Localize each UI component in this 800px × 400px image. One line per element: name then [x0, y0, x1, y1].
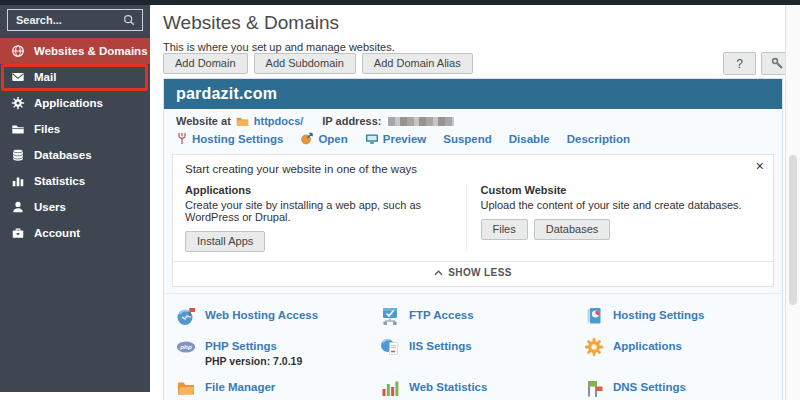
main-content: Websites & Domains This is where you set…: [150, 5, 800, 400]
add-subdomain-button[interactable]: Add Subdomain: [254, 53, 356, 74]
preview-link[interactable]: Preview: [365, 133, 426, 145]
webroot-link[interactable]: httpdocs/: [254, 115, 304, 127]
tool-ftp-access[interactable]: FTP Access: [380, 300, 584, 331]
files-button[interactable]: Files: [481, 219, 528, 240]
web-statistics-icon: [380, 378, 400, 398]
close-icon[interactable]: ×: [756, 159, 764, 173]
wrench-icon: [771, 57, 784, 70]
search-icon: [122, 13, 136, 27]
tool-label: Web Statistics: [409, 378, 487, 393]
sidebar-item-account[interactable]: Account: [0, 220, 150, 246]
sidebar-item-label: Websites & Domains: [34, 45, 148, 57]
tool-label: IIS Settings: [409, 337, 472, 352]
tool-php-settings[interactable]: php PHP Settings PHP version: 7.0.19: [176, 331, 380, 372]
sidebar-item-label: Statistics: [34, 175, 85, 187]
php-settings-icon: php: [176, 337, 196, 357]
help-group: ?: [723, 52, 794, 75]
applications-description: Create your site by installing a web app…: [185, 199, 466, 223]
php-version-text: PHP version: 7.0.19: [205, 355, 302, 367]
description-link[interactable]: Description: [567, 133, 630, 145]
custom-website-description: Upload the content of your site and crea…: [481, 199, 762, 211]
folder-icon: [11, 122, 25, 136]
tool-applications[interactable]: Applications: [584, 331, 770, 372]
dns-settings-icon: [584, 378, 604, 398]
install-apps-button[interactable]: Install Apps: [185, 231, 265, 252]
sidebar-item-label: Mail: [34, 71, 56, 83]
plesk-window: Websites & Domains Mail Applications: [0, 0, 800, 400]
iis-settings-icon: [380, 337, 400, 357]
panel-title: Start creating your website in one of th…: [185, 163, 761, 175]
add-domain-button[interactable]: Add Domain: [163, 53, 248, 74]
file-manager-icon: [176, 378, 196, 398]
sidebar-item-label: Databases: [34, 149, 92, 161]
page-subtitle: This is where you set up and manage webs…: [163, 41, 395, 53]
hosting-settings-action-icon: [176, 132, 188, 145]
sidebar-item-label: Files: [34, 123, 60, 135]
sidebar-item-files[interactable]: Files: [0, 116, 150, 142]
domain-info-row: Website at httpdocs/ IP address:: [164, 109, 782, 128]
page-title: Websites & Domains: [163, 12, 339, 34]
suspend-link[interactable]: Suspend: [443, 133, 492, 145]
svg-text:php: php: [179, 343, 192, 350]
ftp-access-icon: [380, 306, 400, 326]
tool-web-hosting-access[interactable]: Web Hosting Access: [176, 300, 380, 331]
domain-actions-row: Hosting Settings Open Preview: [164, 128, 782, 150]
open-site-link[interactable]: Open: [300, 132, 347, 145]
tool-dns-settings[interactable]: DNS Settings: [584, 372, 770, 400]
database-icon: [11, 148, 25, 162]
applications-gear-icon: [584, 337, 604, 357]
custom-website-heading: Custom Website: [481, 184, 762, 196]
search-input[interactable]: [14, 13, 118, 27]
tool-file-manager[interactable]: File Manager: [176, 372, 380, 400]
sidebar-item-statistics[interactable]: Statistics: [0, 168, 150, 194]
getting-started-panel: Start creating your website in one of th…: [172, 154, 774, 287]
show-less-toggle[interactable]: SHOW LESS: [185, 262, 761, 280]
sidebar-item-mail[interactable]: Mail: [0, 64, 150, 90]
domain-card: pardazit.com Website at httpdocs/ IP add…: [163, 78, 783, 400]
hosting-settings-link[interactable]: Hosting Settings: [176, 132, 283, 145]
sidebar: Websites & Domains Mail Applications: [0, 5, 150, 392]
scrollbar[interactable]: [785, 5, 800, 400]
sidebar-item-applications[interactable]: Applications: [0, 90, 150, 116]
sidebar-item-users[interactable]: Users: [0, 194, 150, 220]
sidebar-item-label: Account: [34, 227, 80, 239]
tool-label: PHP Settings: [205, 337, 302, 352]
scrollbar-thumb[interactable]: [789, 155, 797, 305]
globe-icon: [11, 44, 25, 58]
hosting-settings-icon: [584, 306, 604, 326]
briefcase-icon: [11, 226, 25, 240]
ip-address-label: IP address:: [322, 115, 381, 127]
databases-button[interactable]: Databases: [534, 219, 611, 240]
sidebar-item-label: Applications: [34, 97, 103, 109]
sidebar-item-label: Users: [34, 201, 66, 213]
mail-icon: [11, 70, 25, 84]
tool-iis-settings[interactable]: IIS Settings: [380, 331, 584, 372]
bar-chart-icon: [11, 174, 25, 188]
domain-toolbar: Add Domain Add Subdomain Add Domain Alia…: [163, 53, 473, 74]
tool-web-statistics[interactable]: Web Statistics: [380, 372, 584, 400]
tool-label: DNS Settings: [613, 378, 686, 393]
ip-address-redacted-value: [388, 117, 454, 126]
preview-monitor-icon: [365, 133, 379, 145]
applications-heading: Applications: [185, 184, 466, 196]
user-icon: [11, 200, 25, 214]
folder-mini-icon: [236, 116, 249, 127]
sidebar-item-databases[interactable]: Databases: [0, 142, 150, 168]
gear-icon: [11, 96, 25, 110]
search-box[interactable]: [7, 9, 143, 31]
help-button[interactable]: ?: [723, 52, 756, 75]
domain-name-banner: pardazit.com: [164, 79, 782, 109]
tool-hosting-settings[interactable]: Hosting Settings: [584, 300, 770, 331]
tool-label: Web Hosting Access: [205, 306, 318, 321]
tool-label: Hosting Settings: [613, 306, 704, 321]
sidebar-item-websites-domains[interactable]: Websites & Domains: [0, 38, 150, 64]
applications-column: Applications Create your site by install…: [185, 184, 466, 252]
custom-website-column: Custom Website Upload the content of you…: [466, 184, 762, 252]
tool-label: Applications: [613, 337, 682, 352]
disable-link[interactable]: Disable: [509, 133, 550, 145]
tool-label: File Manager: [205, 378, 275, 393]
add-domain-alias-button[interactable]: Add Domain Alias: [362, 53, 473, 74]
web-hosting-access-icon: [176, 306, 196, 326]
website-at-label: Website at: [176, 115, 231, 127]
chevron-up-icon: [434, 270, 443, 276]
